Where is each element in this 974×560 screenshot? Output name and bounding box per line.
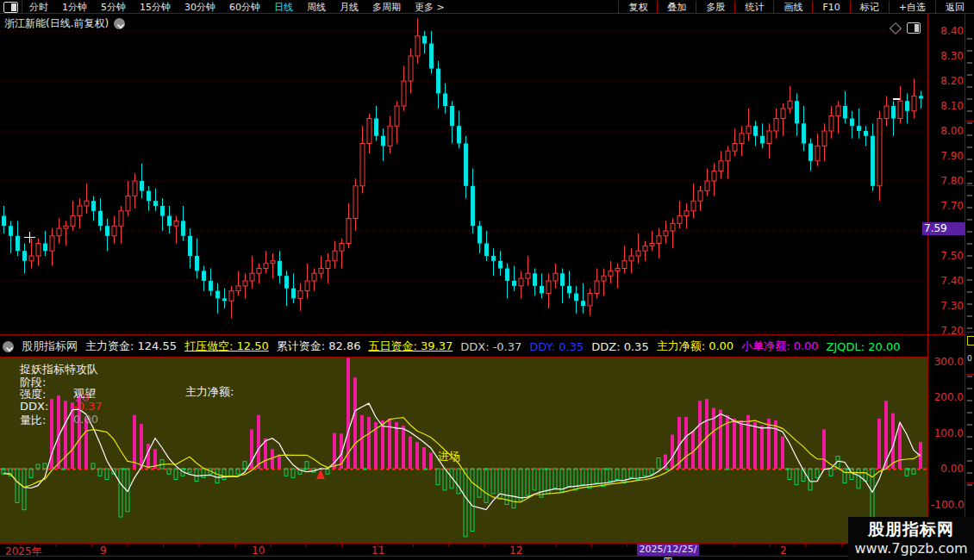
clipped-sidebar-fragment bbox=[967, 448, 972, 450]
top-toolbar: 分时1分钟5分钟15分钟30分钟60分钟日线周线月线多周期更多 > 复权叠加多股… bbox=[0, 0, 974, 14]
period-tab-5分钟[interactable]: 5分钟 bbox=[94, 1, 133, 14]
toolbar-button-F10[interactable]: F10 bbox=[812, 1, 849, 14]
clipped-sidebar-fragment bbox=[967, 424, 972, 426]
watermark-url: www.7gpzb.com bbox=[848, 540, 974, 557]
price-axis-tick: 7.80 bbox=[931, 175, 964, 187]
indicator-field-主力净额: 主力净额: 0.00 bbox=[657, 339, 734, 354]
sidebar-separator bbox=[966, 482, 974, 483]
collapse-panel-icon[interactable] bbox=[3, 341, 14, 352]
diamond-icon[interactable] bbox=[890, 22, 902, 34]
period-tab-1分钟[interactable]: 1分钟 bbox=[55, 1, 94, 14]
sidebar-separator bbox=[966, 121, 974, 121]
clipped-sidebar-fragment bbox=[967, 122, 972, 124]
clipped-sidebar-fragment bbox=[967, 388, 972, 389]
clipped-sidebar-fragment bbox=[967, 472, 972, 474]
chevron-down-icon[interactable] bbox=[114, 18, 125, 29]
year-label: 2025年 bbox=[5, 544, 42, 559]
app-root: 分时1分钟5分钟15分钟30分钟60分钟日线周线月线多周期更多 > 复权叠加多股… bbox=[0, 0, 974, 560]
clipped-sidebar-fragment bbox=[967, 50, 972, 52]
indicator-field-小单净额: 小单净额: 0.00 bbox=[741, 339, 818, 354]
indicator-axis-tick: 300.0 bbox=[931, 356, 964, 368]
split-pane-icon[interactable] bbox=[907, 22, 921, 34]
clipped-sidebar-fragment bbox=[967, 110, 972, 112]
ddx-value: -0.37 bbox=[73, 400, 103, 413]
clipped-sidebar-fragment bbox=[967, 303, 972, 305]
clipped-sidebar-fragment bbox=[967, 74, 972, 76]
period-tab-月线[interactable]: 月线 bbox=[333, 1, 365, 14]
price-axis-tick: 7.20 bbox=[931, 325, 964, 337]
time-axis-tick: 9 bbox=[100, 544, 107, 557]
clipped-sidebar-fragment bbox=[967, 171, 972, 172]
time-axis-tick: 10 bbox=[252, 544, 265, 557]
clipped-sidebar-fragment bbox=[967, 255, 972, 257]
indicator-field-DDX: DDX: -0.37 bbox=[460, 340, 521, 353]
volume-ratio-value: 0.00 bbox=[73, 413, 98, 426]
toolbar-button-画线[interactable]: 画线 bbox=[773, 1, 812, 14]
indicator-axis-tick: 100.0 bbox=[931, 427, 964, 439]
toolbar-actions-group: 复权叠加多股统计画线F10标记+自选返回 bbox=[618, 0, 974, 14]
last-price-tag: 7.59 bbox=[922, 222, 965, 235]
chart-title: 浙江新能(日线.前复权) bbox=[4, 16, 109, 31]
clipped-sidebar-zero: 0 bbox=[967, 354, 972, 363]
price-axis-tick: 8.10 bbox=[931, 100, 964, 112]
price-axis-tick: 7.40 bbox=[931, 275, 964, 287]
chart-corner-icons bbox=[891, 22, 921, 34]
crosshair-cursor bbox=[24, 232, 35, 243]
toolbar-button-多股[interactable]: 多股 bbox=[696, 1, 734, 14]
clipped-sidebar-fragment bbox=[967, 134, 972, 136]
period-tab-30分钟[interactable]: 30分钟 bbox=[178, 1, 222, 14]
period-tab-分时[interactable]: 分时 bbox=[22, 1, 55, 14]
clipped-sidebar-fragment bbox=[967, 400, 972, 401]
period-tab-周线[interactable]: 周线 bbox=[300, 1, 333, 14]
time-axis-tick: 12 bbox=[509, 544, 522, 557]
toolbar-button-标记[interactable]: 标记 bbox=[850, 1, 889, 14]
watermark-site-name: 股朋指标网 bbox=[848, 519, 974, 541]
clipped-sidebar-fragment bbox=[967, 412, 972, 414]
toolbar-button-叠加[interactable]: 叠加 bbox=[657, 1, 696, 14]
indicator-field-股朋指标网: 股朋指标网 bbox=[22, 339, 78, 354]
clipped-sidebar-fragment bbox=[967, 279, 972, 281]
toolbar-button-统计[interactable]: 统计 bbox=[734, 1, 773, 14]
toolbar-button-返回[interactable]: 返回 bbox=[935, 1, 974, 14]
toolbar-button-复权[interactable]: 复权 bbox=[618, 1, 657, 14]
clipped-sidebar-fragment bbox=[967, 436, 972, 438]
indicator-field-主力资金: 主力资金: 124.55 bbox=[85, 339, 177, 354]
clipped-sidebar-fragment bbox=[967, 484, 972, 486]
window-icon[interactable] bbox=[3, 2, 18, 13]
indicator-field-DDZ: DDZ: 0.35 bbox=[591, 340, 648, 353]
clipped-sidebar-glyph bbox=[967, 336, 974, 345]
sidebar-separator bbox=[966, 332, 974, 333]
clipped-sidebar-fragment bbox=[967, 159, 972, 160]
indicator-field-累计资金: 累计资金: 82.86 bbox=[277, 339, 361, 354]
clipped-sidebar-fragment bbox=[967, 376, 972, 377]
toolbar-button-+自选[interactable]: +自选 bbox=[889, 1, 935, 14]
candlestick-and-indicator-chart[interactable] bbox=[0, 0, 974, 560]
period-tab-日线[interactable]: 日线 bbox=[267, 1, 300, 14]
clipped-sidebar-fragment bbox=[967, 291, 972, 293]
price-axis-tick: 7.30 bbox=[931, 300, 964, 312]
clipped-sidebar-fragment bbox=[967, 267, 972, 269]
indicator-header: 股朋指标网主力资金: 124.55打压做空: 12.50累计资金: 82.86五… bbox=[0, 336, 930, 357]
watermark: 股朋指标网 www.7gpzb.com bbox=[848, 517, 974, 560]
clipped-sidebar-fragment bbox=[967, 98, 972, 100]
clipped-sidebar-fragment bbox=[967, 231, 972, 233]
clipped-sidebar-fragment bbox=[967, 62, 972, 64]
price-axis-tick: 8.00 bbox=[931, 125, 964, 137]
price-axis-tick: 7.50 bbox=[931, 250, 964, 262]
right-sidebar-strip: 0 bbox=[966, 14, 974, 531]
crosshair-date-tag: 2025/12/25/四 bbox=[637, 544, 699, 556]
period-tab-60分钟[interactable]: 60分钟 bbox=[222, 1, 267, 14]
volume-ratio-label: 量比: bbox=[20, 413, 46, 428]
indicator-field-打压做空: 打压做空: 12.50 bbox=[184, 339, 269, 354]
clipped-sidebar-fragment bbox=[967, 315, 972, 317]
main-net-label: 主力净额: bbox=[185, 384, 234, 400]
period-tab-15分钟[interactable]: 15分钟 bbox=[133, 1, 178, 14]
clipped-sidebar-fragment bbox=[967, 38, 972, 40]
sidebar-separator bbox=[966, 374, 974, 375]
period-tab-更多 >[interactable]: 更多 > bbox=[408, 1, 452, 14]
ddx-label: DDX: bbox=[20, 400, 48, 413]
clipped-sidebar-fragment bbox=[967, 460, 972, 462]
clipped-sidebar-fragment bbox=[967, 243, 972, 245]
period-tab-多周期[interactable]: 多周期 bbox=[365, 1, 408, 14]
clipped-sidebar-fragment bbox=[967, 207, 972, 208]
